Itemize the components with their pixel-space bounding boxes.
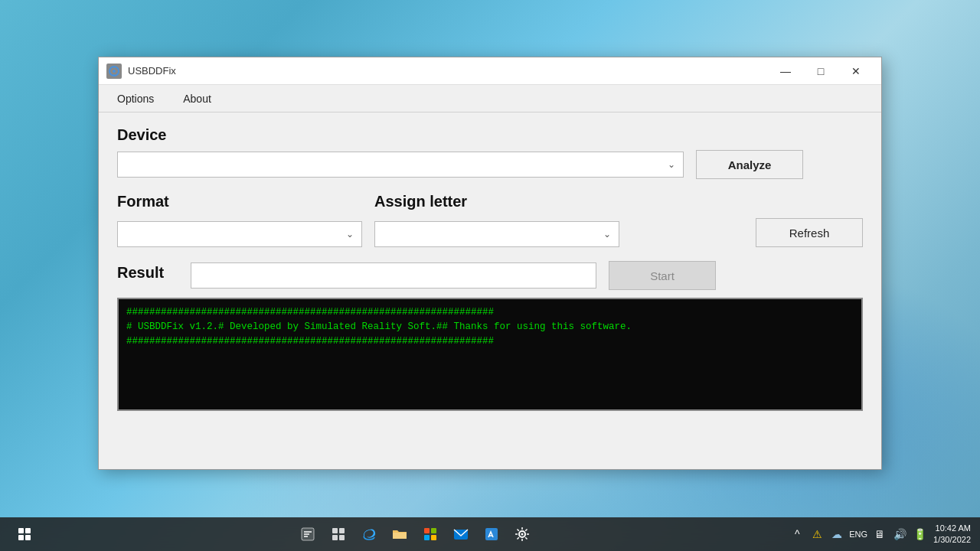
svg-rect-19 xyxy=(431,535,436,540)
svg-rect-13 xyxy=(339,528,345,533)
taskbar-icons xyxy=(40,520,789,548)
format-dropdown[interactable]: ⌄ xyxy=(117,221,362,247)
sound-tray-icon[interactable]: 🔊 xyxy=(892,527,907,542)
battery-tray-icon[interactable]: 🔋 xyxy=(912,527,927,542)
refresh-button[interactable]: Refresh xyxy=(756,218,863,247)
svg-rect-14 xyxy=(332,535,338,540)
assign-dropdown-arrow: ⌄ xyxy=(603,229,611,240)
clock-display[interactable]: 10:42 AM 1/30/2022 xyxy=(933,523,971,546)
warning-tray-icon[interactable]: ⚠ xyxy=(809,527,825,542)
format-assign-row: Format ⌄ Assign letter ⌄ Refresh xyxy=(117,193,863,247)
app-icon xyxy=(106,64,122,79)
device-dropdown[interactable]: ⌄ xyxy=(117,152,684,178)
device-label: Device xyxy=(117,126,863,144)
task-view-icon[interactable] xyxy=(325,520,352,548)
folder-taskbar-icon[interactable] xyxy=(386,520,413,548)
cloud-tray-icon[interactable]: ☁ xyxy=(829,527,844,542)
clock-time: 10:42 AM xyxy=(936,523,971,534)
result-row: Result Start xyxy=(117,261,863,290)
analyze-button[interactable]: Analyze xyxy=(696,150,803,179)
mail-taskbar-icon[interactable] xyxy=(447,520,475,548)
svg-rect-4 xyxy=(18,528,24,533)
maximize-button[interactable]: □ xyxy=(803,57,838,85)
chevron-tray-icon[interactable]: ^ xyxy=(789,527,805,542)
taskbar-right: ^ ⚠ ☁ ENG 🖥 🔊 🔋 10:42 AM 1/30/2022 xyxy=(789,523,971,546)
assign-label: Assign letter xyxy=(374,193,743,210)
store-taskbar-icon[interactable] xyxy=(416,520,444,548)
svg-rect-15 xyxy=(339,535,345,540)
assign-dropdown[interactable]: ⌄ xyxy=(374,221,619,247)
paint-taskbar-icon[interactable] xyxy=(478,520,505,548)
close-button[interactable]: ✕ xyxy=(838,57,874,85)
search-taskbar-icon[interactable] xyxy=(294,520,322,548)
menu-about[interactable]: About xyxy=(172,90,222,108)
svg-rect-12 xyxy=(332,528,338,533)
edge-taskbar-icon[interactable] xyxy=(355,520,383,548)
menu-options[interactable]: Options xyxy=(106,90,165,108)
app-window: USBDDFix — □ ✕ Options About Device ⌄ An… xyxy=(98,57,882,470)
settings-taskbar-icon[interactable] xyxy=(508,520,536,548)
svg-rect-7 xyxy=(25,535,31,540)
minimize-button[interactable]: — xyxy=(768,57,803,85)
svg-point-24 xyxy=(521,533,523,536)
svg-rect-6 xyxy=(18,535,24,540)
content-area: Device ⌄ Analyze Format ⌄ Assign letter xyxy=(99,112,881,425)
start-button[interactable] xyxy=(11,520,38,548)
format-label: Format xyxy=(117,193,362,210)
menu-bar: Options About xyxy=(99,85,881,112)
svg-point-1 xyxy=(113,70,116,73)
result-label: Result xyxy=(117,264,178,282)
format-dropdown-arrow: ⌄ xyxy=(346,229,354,240)
monitor-tray-icon[interactable]: 🖥 xyxy=(872,527,887,542)
clock-date: 1/30/2022 xyxy=(933,534,971,546)
svg-rect-16 xyxy=(424,528,430,533)
svg-rect-18 xyxy=(424,535,430,540)
svg-rect-17 xyxy=(431,528,436,533)
taskbar: ^ ⚠ ☁ ENG 🖥 🔊 🔋 10:42 AM 1/30/2022 xyxy=(0,517,980,551)
system-tray: ^ ⚠ ☁ ENG 🖥 🔊 🔋 xyxy=(789,527,927,542)
titlebar: USBDDFix — □ ✕ xyxy=(99,57,881,85)
language-indicator: ENG xyxy=(849,530,867,539)
start-button: Start xyxy=(609,261,716,290)
assign-group: Assign letter ⌄ xyxy=(374,193,743,247)
window-controls: — □ ✕ xyxy=(768,57,874,85)
terminal-output: ########################################… xyxy=(117,298,863,411)
device-dropdown-arrow: ⌄ xyxy=(668,159,675,170)
svg-rect-5 xyxy=(25,528,31,533)
window-title: USBDDFix xyxy=(128,65,768,77)
result-input[interactable] xyxy=(191,262,596,289)
device-row: ⌄ Analyze xyxy=(117,150,863,179)
terminal-text: ########################################… xyxy=(126,307,632,347)
format-group: Format ⌄ xyxy=(117,193,362,247)
